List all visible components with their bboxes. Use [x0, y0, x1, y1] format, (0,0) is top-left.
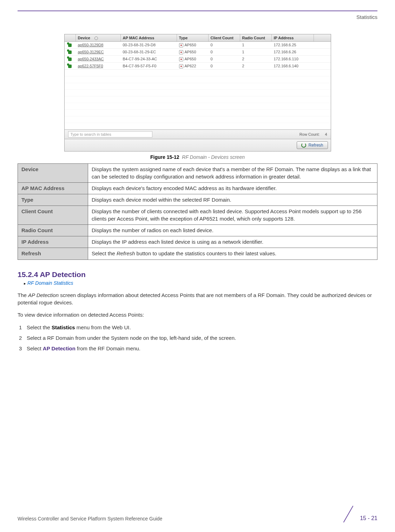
status-ok-icon [68, 50, 72, 54]
ip-cell: 172.168.6.25 [272, 42, 314, 48]
mac-cell: B4-C7-99-57-F5-F0 [121, 63, 177, 69]
table-row[interactable]: ap622-57F5F0 B4-C7-99-57-F5-F0 AP622 0 2… [65, 63, 331, 70]
status-ok-icon [68, 65, 72, 68]
p1-post: screen displays information about detect… [18, 292, 372, 305]
row-count-value: 4 [325, 132, 327, 136]
def-row: IP Address Displays the IP address each … [18, 236, 377, 248]
type-text: AP622 [185, 64, 196, 68]
ip-cell: 172.168.6.110 [272, 56, 314, 62]
def-term: Device [18, 164, 88, 183]
body-paragraph: To view device information on detected A… [18, 311, 377, 318]
breadcrumb-link[interactable]: RF Domain Statistics [24, 280, 377, 286]
ap-icon [179, 57, 183, 61]
def-row: Type Displays each device model within t… [18, 194, 377, 206]
type-text: AP650 [185, 57, 196, 61]
device-link[interactable]: ap622-57F5F0 [76, 63, 121, 69]
p1-pre: The [18, 292, 28, 298]
steps-list: Select the Statistics menu from the Web … [19, 323, 377, 353]
figure-number: Figure 15-12 [150, 154, 179, 160]
body-paragraph: The AP Detection screen displays informa… [18, 291, 377, 306]
client-count-cell: 0 [209, 49, 240, 55]
device-link[interactable]: ap650-3129EC [76, 49, 121, 55]
ap-icon [179, 43, 183, 47]
def-row: Radio Count Displays the number of radio… [18, 224, 377, 236]
def-desc-pre: Select the [92, 250, 117, 256]
p1-emph: AP Detection [28, 292, 59, 298]
col-mac[interactable]: AP MAC Address [121, 34, 177, 41]
def-row: Client Count Displays the number of clie… [18, 206, 377, 225]
ap-icon [179, 64, 183, 68]
header-section-label: Statistics [18, 14, 377, 20]
ip-cell: 172.168.6.26 [272, 49, 314, 55]
col-type[interactable]: Type [177, 34, 209, 41]
table-row[interactable]: ap650-3129EC 00-23-68-31-29-EC AP650 0 1… [65, 49, 331, 56]
page-footer: Wireless Controller and Service Platform… [18, 507, 377, 521]
def-desc: Select the Refresh button to update the … [88, 248, 377, 260]
device-link[interactable]: ap650-2433AC [76, 56, 121, 62]
search-input[interactable]: Type to search in tables [68, 131, 152, 137]
type-cell: AP650 [177, 49, 209, 55]
client-count-cell: 0 [209, 56, 240, 62]
step-post: from the RF Domain menu. [75, 345, 140, 351]
figure-caption: Figure 15-12 RF Domain - Devices screen [18, 154, 377, 160]
step-item: Select a RF Domain from under the System… [19, 334, 377, 342]
step-item: Select the Statistics menu from the Web … [19, 323, 377, 332]
col-client-count[interactable]: Client Count [209, 34, 240, 41]
col-ip[interactable]: IP Address [272, 34, 314, 41]
type-cell: AP650 [177, 42, 209, 48]
col-radio-count[interactable]: Radio Count [240, 34, 272, 41]
refresh-icon [301, 143, 306, 148]
def-desc-emph: Refresh [117, 250, 135, 256]
device-link[interactable]: ap650-3129D8 [76, 42, 121, 48]
col-device-label: Device [78, 36, 90, 40]
section-heading: 15.2.4 AP Detection [18, 270, 377, 279]
def-row: Refresh Select the Refresh button to upd… [18, 248, 377, 260]
def-desc: Displays each device's factory encoded M… [88, 182, 377, 194]
status-ok-icon [68, 43, 72, 47]
row-count-label: Row Count: [299, 132, 320, 136]
radio-count-cell: 2 [240, 63, 272, 69]
toolbar: Refresh [65, 139, 331, 151]
refresh-button[interactable]: Refresh [297, 141, 328, 149]
type-cell: AP622 [177, 63, 209, 69]
devices-screenshot: Device AP MAC Address Type Client Count … [64, 34, 331, 151]
def-term: Type [18, 194, 88, 206]
row-count: Row Count: 4 [299, 132, 327, 136]
header-rule [18, 11, 377, 11]
col-device[interactable]: Device [76, 34, 121, 41]
col-status[interactable] [65, 34, 76, 41]
def-desc: Displays the number of radios on each li… [88, 224, 377, 236]
figure-title: RF Domain - Devices screen [182, 154, 245, 160]
def-term: Client Count [18, 206, 88, 225]
def-term: AP MAC Address [18, 182, 88, 194]
table-row[interactable]: ap650-3129D8 00-23-68-31-29-D8 AP650 0 1… [65, 42, 331, 49]
client-count-cell: 0 [209, 42, 240, 48]
table-row[interactable]: ap650-2433AC B4-C7-99-24-33-AC AP650 0 2… [65, 56, 331, 63]
footer-guide-title: Wireless Controller and Service Platform… [18, 516, 162, 521]
page-number: 15 - 21 [360, 515, 377, 521]
ip-cell: 172.168.6.140 [272, 63, 314, 69]
mac-cell: B4-C7-99-24-33-AC [121, 56, 177, 62]
def-desc: Displays the number of clients connected… [88, 206, 377, 225]
client-count-cell: 0 [209, 63, 240, 69]
step-item: Select AP Detection from the RF Domain m… [19, 344, 377, 353]
def-desc-post: button to update the statistics counters… [135, 250, 276, 256]
ap-icon [179, 50, 183, 54]
type-text: AP650 [185, 50, 196, 54]
grid-empty-space [65, 70, 331, 129]
def-term: Refresh [18, 248, 88, 260]
grid-footer: Type to search in tables Row Count: 4 [65, 129, 331, 139]
footer-slash-icon [341, 507, 356, 521]
step-post: menu from the Web UI. [75, 324, 131, 330]
definitions-table: Device Displays the system assigned name… [18, 163, 377, 260]
step-pre: Select [27, 345, 43, 351]
def-desc: Displays the IP address each listed devi… [88, 236, 377, 248]
def-desc: Displays each device model within the se… [88, 194, 377, 206]
def-term: Radio Count [18, 224, 88, 236]
def-row: AP MAC Address Displays each device's fa… [18, 182, 377, 194]
mac-cell: 00-23-68-31-29-D8 [121, 42, 177, 48]
step-bold: Statistics [52, 324, 75, 330]
radio-count-cell: 1 [240, 42, 272, 48]
def-desc: Displays the system assigned name of eac… [88, 164, 377, 183]
def-row: Device Displays the system assigned name… [18, 164, 377, 183]
